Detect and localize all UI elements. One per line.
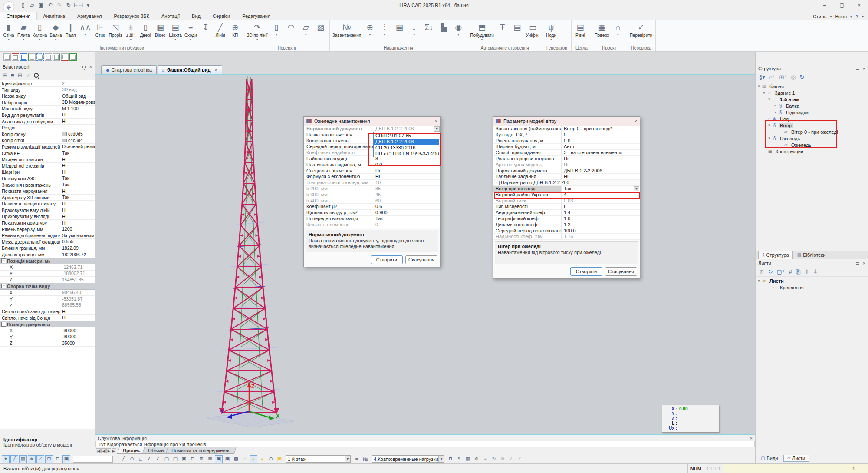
mirror-2-icon[interactable]: ∠ (516, 455, 524, 463)
table-edit-icon[interactable]: ▦ (464, 455, 472, 463)
force-down-button[interactable]: ↓▾ (407, 21, 421, 45)
maximize-button[interactable]: ▢ (833, 0, 851, 10)
tree-item[interactable]: ∨ § Ожеледь (756, 135, 868, 142)
property-row[interactable]: Y -30000 (0, 334, 95, 341)
pin-icon[interactable] (856, 68, 859, 70)
property-row[interactable]: Розділ (0, 125, 95, 131)
dialog-row[interactable]: Коефіцієнт μ2 0.6▼ (304, 204, 440, 210)
property-row[interactable]: Значення навантажень Так (0, 182, 95, 189)
dialog-row[interactable]: Архітектурна модель Ні▼ (493, 162, 640, 168)
undo-icon[interactable]: ↶ (46, 1, 54, 9)
dialog-row[interactable]: Нормативний документ ДБН В.1.2-2:2006▼ (304, 126, 440, 132)
property-row[interactable]: Колір сітки c4c3d4 (0, 137, 95, 144)
cube-view-1-button[interactable] (3, 53, 11, 61)
tree-item[interactable]: ∨ ▱ Листи (756, 278, 868, 284)
ortho-indicator[interactable]: ОРТО (704, 464, 723, 473)
close-tab-icon[interactable]: × (214, 67, 217, 73)
check-button[interactable]: ✓Перевірити▾ (628, 21, 654, 45)
new-sheet-button[interactable]: ▢⁺ (777, 268, 785, 275)
orbit-icon[interactable]: ↻ (490, 455, 498, 463)
snap-segment-toggle[interactable]: ⟋ (36, 455, 44, 463)
storey-button[interactable]: ▦Поверх▾ (593, 21, 611, 45)
property-row[interactable]: Y -53051.87 (0, 296, 95, 302)
pin-icon[interactable] (743, 437, 746, 439)
dialog-row[interactable]: Кут відн. ОХ, ° 0▼ (493, 132, 640, 138)
slab-button[interactable]: ▰Плита▾ (16, 21, 31, 45)
3d-by-line-button[interactable]: ↷3D по лінії▾ (246, 21, 269, 45)
property-row[interactable]: Вид для результатів Ні (0, 112, 95, 119)
tab-views[interactable]: ▢Види (757, 455, 782, 461)
property-row[interactable]: Шарніри Ні (0, 169, 95, 175)
dialog-row[interactable]: Ширина будівлі, м Авто▼ (493, 144, 640, 150)
draw-circle-icon[interactable]: ⊙ (128, 455, 136, 463)
tab-sheets[interactable]: ▱Листи (783, 455, 809, 462)
tree-expander-icon[interactable]: ∨ (767, 136, 772, 140)
cube-view-6-button[interactable] (45, 53, 52, 61)
dialog-row[interactable]: Географічний коеф. 1.0▼ (493, 216, 640, 222)
tab-start-page[interactable]: ◆ Стартова сторінка (101, 65, 157, 74)
dialog-row[interactable]: Спеціальні значення Ні▼ (304, 168, 440, 174)
coordinate-input[interactable] (73, 456, 113, 463)
qat-overflow-icon[interactable]: ▾ (84, 1, 92, 9)
search-icon[interactable] (34, 73, 39, 78)
snap-point-toggle[interactable]: ✦ (2, 455, 10, 463)
tab-model-view[interactable]: ⌂ башня:Общий вид × (158, 65, 222, 74)
add-storey-button[interactable]: ⊞⁺ (779, 74, 787, 80)
close-icon[interactable]: × (863, 66, 865, 71)
dialog-row[interactable]: Щільність льоду ρ, т/м³ 0.900▼ (304, 210, 440, 216)
pin-icon[interactable] (82, 66, 86, 68)
property-row[interactable]: Z 35000 (0, 340, 95, 347)
crane-load-button[interactable]: ▦▾ (392, 21, 407, 45)
dialog-row[interactable]: Аеродинамічний коеф. 1.4▼ (493, 210, 640, 216)
dialog-row[interactable]: Рівень планування, м 0.0▼ (493, 138, 640, 144)
mirror-1-icon[interactable]: ∠ (507, 455, 515, 463)
numbering-button[interactable]: # (789, 268, 792, 275)
tree-expander-icon[interactable]: ∨ (767, 97, 772, 101)
beam-button[interactable]: ◆Балка▾ (48, 21, 63, 45)
tree-item[interactable]: > § Балка (756, 103, 868, 109)
ribbon-tab[interactable]: Аналітика (37, 12, 71, 20)
dialog-row[interactable]: Динамічності коеф. 1.2▼ (493, 222, 640, 228)
tree-item[interactable]: ▱ Вітер 0 - при ожеледі (756, 129, 868, 135)
icing-load-button[interactable]: ⫶▾ (377, 21, 392, 45)
tree-expander-icon[interactable]: ∨ (756, 279, 761, 283)
tree-expander-icon[interactable]: ∨ (762, 91, 766, 95)
surface-box-button[interactable]: ▱▾ (299, 21, 313, 45)
dialog-row[interactable]: Завантаження (найменування) Вітер 0 - пр… (493, 126, 640, 132)
property-row[interactable]: Місцеві осі пластин Ні (0, 156, 95, 163)
tree-item[interactable]: ▱ Креслення (756, 284, 868, 291)
dropdown-option[interactable]: ДБН В.1.2-2:2006 (374, 139, 439, 145)
process-tab[interactable]: Помилки та попередження (166, 447, 237, 454)
dialog-row[interactable]: Реальні перерізи стержнів Ні▼ (493, 156, 640, 162)
cancel-button[interactable]: Скасування (605, 267, 637, 276)
copy-3-icon[interactable]: ▣ (180, 455, 188, 463)
combo-dropdown-icon[interactable]: ▼ (634, 186, 639, 192)
property-row[interactable]: Світло прив'язано до камери Ні (0, 308, 95, 315)
line-button[interactable]: ╱Лінія▾ (213, 21, 228, 45)
cube-view-8-button[interactable] (61, 53, 69, 61)
tree-expander-icon[interactable]: ∨ (756, 84, 761, 88)
redo-icon[interactable]: ↷ (56, 1, 63, 9)
ribbon-tab[interactable]: Редагування (236, 12, 276, 20)
draw-line-icon[interactable]: ╱ (119, 455, 127, 463)
property-row[interactable]: Арматура у 3D лініями Так (0, 195, 95, 201)
close-icon[interactable]: × (750, 436, 753, 441)
property-row[interactable]: Опорна точка виду, мм (0, 283, 95, 290)
create-button[interactable]: Створити (570, 267, 602, 276)
property-row[interactable]: Написи в площині екрану Ні (0, 201, 95, 207)
move-up-icon[interactable]: ⬆ (804, 268, 809, 275)
select-pointer-icon[interactable]: ↖ (455, 455, 463, 463)
ribbon-tab[interactable]: Анотації (155, 12, 186, 20)
tree-item[interactable]: > § Підкладка (756, 109, 868, 116)
tree-expander-icon[interactable]: ∨ (767, 123, 772, 127)
load-button[interactable]: №Завантаження▾ (331, 21, 363, 45)
dialog-row[interactable]: Нормативний документ ДБН В.1.2-2:2006▼ (493, 168, 640, 174)
light-on-boxed-icon[interactable]: ● (250, 455, 257, 463)
pile-button[interactable]: ❙Паля▾ (63, 21, 78, 45)
dialog-row[interactable]: Табличне задання Ні▼ (493, 174, 640, 180)
copy-2-icon[interactable]: ▢ (171, 455, 179, 463)
cube-view-2-button[interactable] (12, 53, 19, 61)
mass-button[interactable]: ◉▾ (451, 21, 466, 45)
tree-item[interactable]: ∨ ⌂ Здание 1 (756, 89, 868, 96)
add-building-button[interactable]: ⌂⁺ (769, 74, 776, 80)
